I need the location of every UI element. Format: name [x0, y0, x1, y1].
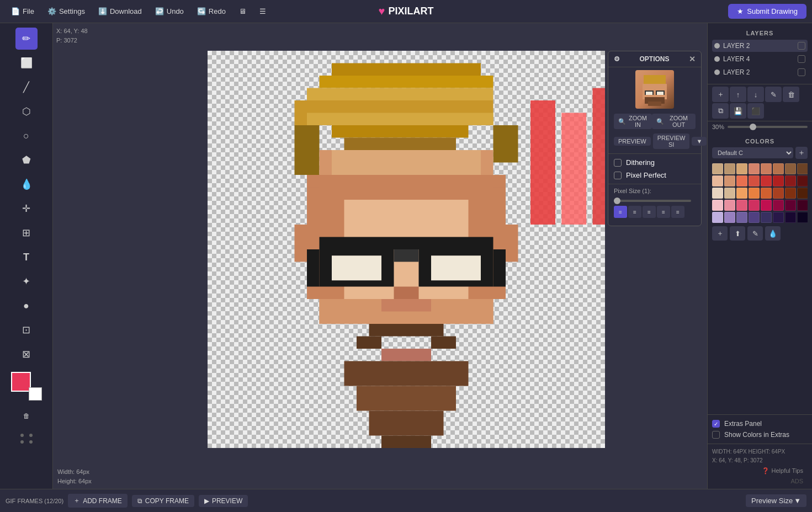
align-center-left-button[interactable]: ≡ [628, 206, 641, 218]
primary-color-swatch[interactable] [11, 372, 31, 392]
color-cell[interactable] [761, 212, 772, 223]
close-options-button[interactable]: ✕ [689, 55, 696, 63]
merge-layer-button[interactable]: ⬛ [747, 103, 764, 119]
color-cell[interactable] [724, 200, 735, 211]
color-cell[interactable] [773, 212, 784, 223]
eraser-small-tool[interactable]: 🗑 [15, 405, 38, 427]
move-tool[interactable]: ✛ [15, 198, 38, 220]
duplicate-layer-button[interactable]: ⧉ [712, 103, 729, 119]
pixel-size-slider[interactable] [614, 200, 691, 202]
color-cell[interactable] [736, 188, 747, 199]
pencil-tool[interactable]: ✏ [15, 28, 38, 50]
color-cell[interactable] [773, 200, 784, 211]
file-button[interactable]: 📄 File [6, 5, 40, 18]
preview-expand-button[interactable]: ▼ [692, 137, 707, 146]
align-center-button[interactable]: ≡ [643, 206, 656, 218]
color-cell[interactable] [761, 188, 772, 199]
color-cell[interactable] [797, 175, 808, 186]
submit-button[interactable]: ★ Submit Drawing [728, 4, 806, 19]
layer-row-2[interactable]: LAYER 2 [712, 66, 808, 78]
color-cell[interactable] [761, 175, 772, 186]
rename-layer-button[interactable]: ✎ [765, 87, 782, 102]
canvas-wrapper[interactable] [208, 51, 605, 448]
zoom-in-button[interactable]: 🔍 ZOOM IN [614, 114, 652, 129]
layer-lock-2[interactable] [798, 68, 805, 76]
color-cell[interactable] [712, 212, 723, 223]
settings-button[interactable]: ⚙️ Settings [42, 5, 91, 18]
layer-row-0[interactable]: LAYER 2 [712, 40, 808, 52]
color-cell[interactable] [797, 200, 808, 211]
color-cell[interactable] [749, 188, 760, 199]
color-cell[interactable] [736, 212, 747, 223]
pixel-perfect-checkbox[interactable] [614, 172, 622, 179]
extras-panel-checkbox[interactable]: ✓ [712, 420, 720, 428]
preview-button[interactable]: PREVIEW [614, 137, 651, 146]
resize-dot[interactable] [20, 434, 24, 437]
undo-button[interactable]: ↩️ Undo [150, 5, 189, 18]
color-cell[interactable] [724, 163, 735, 174]
add-layer-button[interactable]: ＋ [712, 87, 729, 102]
add-palette-button[interactable]: ＋ [795, 147, 808, 159]
color-cell[interactable] [761, 200, 772, 211]
color-cell[interactable] [785, 175, 796, 186]
zoom-out-button[interactable]: 🔍 ZOOM OUT [652, 114, 696, 129]
color-cell[interactable] [749, 163, 760, 174]
layer-row-1[interactable]: LAYER 4 [712, 53, 808, 65]
edit-color-button[interactable]: ✎ [747, 226, 763, 241]
palette-select[interactable]: Default C [712, 147, 793, 158]
add-frame-button[interactable]: ＋ ADD FRAME [68, 494, 128, 508]
opacity-slider[interactable] [728, 126, 808, 128]
save-layer-button[interactable]: 💾 [730, 103, 746, 119]
color-cell[interactable] [749, 175, 760, 186]
layer-visibility-dot-1[interactable] [714, 56, 720, 62]
move-layer-up-button[interactable]: ↑ [730, 87, 746, 102]
color-cell[interactable] [785, 188, 796, 199]
secondary-color-swatch[interactable] [29, 387, 42, 401]
color-cell[interactable] [797, 188, 808, 199]
resize-dot[interactable] [20, 440, 24, 444]
eraser-tool[interactable]: ⬜ [15, 52, 38, 74]
display-button[interactable]: 🖥 [233, 5, 252, 18]
resize-dot[interactable] [29, 440, 33, 444]
align-left-button[interactable]: ≡ [614, 206, 627, 218]
eyedropper-tool[interactable]: 💧 [15, 173, 38, 195]
color-cell[interactable] [736, 163, 747, 174]
export-colors-button[interactable]: ⬆ [730, 226, 745, 241]
color-cell[interactable] [773, 163, 784, 174]
color-cell[interactable] [761, 163, 772, 174]
move-layer-down-button[interactable]: ↓ [747, 87, 764, 102]
color-cell[interactable] [785, 200, 796, 211]
delete-layer-button[interactable]: 🗑 [783, 87, 799, 102]
wand-tool[interactable]: ✦ [15, 270, 38, 292]
text-tool[interactable]: T [15, 246, 38, 268]
resize-dot[interactable] [29, 434, 33, 437]
color-cell[interactable] [749, 212, 760, 223]
color-cell[interactable] [712, 188, 723, 199]
circle-tool[interactable]: ○ [15, 125, 38, 147]
layer-lock-0[interactable] [798, 42, 805, 50]
color-cell[interactable] [712, 163, 723, 174]
color-cell[interactable] [797, 212, 808, 223]
add-color-button[interactable]: ＋ [712, 226, 728, 241]
color-cell[interactable] [736, 200, 747, 211]
align-right-button[interactable]: ≡ [671, 206, 684, 218]
color-cell[interactable] [736, 175, 747, 186]
helpful-tips-link[interactable]: ❓ Helpful Tips [712, 465, 808, 477]
stamp-tool[interactable]: ● [15, 295, 38, 317]
canvas-area[interactable]: X: 64, Y: 48 P: 3072 [53, 23, 707, 489]
dropper-color-button[interactable]: 💧 [765, 226, 781, 241]
redo-button[interactable]: ↪️ Redo [192, 5, 231, 18]
preview-size-selector[interactable]: Preview Size ▼ [746, 494, 806, 507]
download-button[interactable]: ⬇️ Download [93, 5, 147, 18]
menu-button[interactable]: ☰ [254, 5, 272, 18]
color-cell[interactable] [712, 200, 723, 211]
color-cell[interactable] [724, 188, 735, 199]
copy-frame-button[interactable]: ⧉ COPY FRAME [132, 495, 194, 507]
color-cell[interactable] [749, 200, 760, 211]
preview-thumbnail[interactable] [635, 70, 674, 109]
preview-size-button[interactable]: PREVIEW SI [653, 134, 690, 149]
tile-tool[interactable]: ⊡ [15, 319, 38, 341]
preview-bottom-button[interactable]: ▶ PREVIEW [199, 495, 248, 507]
bucket-tool[interactable]: ⬟ [15, 149, 38, 171]
grid-select-tool[interactable]: ⊞ [15, 222, 38, 244]
